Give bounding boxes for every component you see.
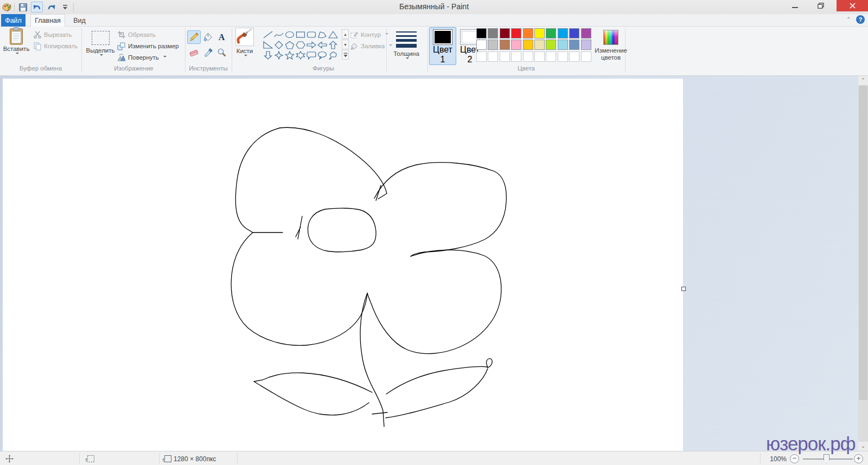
color1-button[interactable]: Цвет 1 — [429, 27, 456, 65]
shape-polygon[interactable] — [317, 29, 328, 40]
shape-four-point-star[interactable] — [273, 50, 284, 60]
cut-button[interactable]: Вырезать — [34, 30, 72, 40]
shapes-scroll-up-button[interactable]: ▲ — [342, 29, 349, 39]
palette-swatch[interactable] — [581, 40, 591, 50]
palette-swatch[interactable] — [511, 28, 521, 38]
tools-group-label: Инструменты — [185, 65, 232, 72]
zoom-in-button[interactable]: + — [854, 454, 863, 463]
paste-button[interactable]: Вставить — [3, 27, 29, 56]
shape-outline-button[interactable]: Контур — [350, 30, 388, 40]
shape-rectangle[interactable] — [295, 29, 306, 40]
select-dropdown-arrow — [100, 54, 103, 57]
palette-swatch[interactable] — [534, 28, 545, 38]
shape-pentagon[interactable] — [284, 40, 295, 50]
tool-magnifier[interactable] — [215, 46, 228, 59]
shape-line[interactable] — [263, 29, 273, 40]
close-button[interactable] — [837, 0, 868, 11]
tool-text[interactable]: A — [215, 30, 228, 44]
brush-icon — [235, 28, 254, 46]
scrollbar-thumb[interactable] — [859, 86, 867, 400]
shape-diamond[interactable] — [273, 40, 284, 50]
palette-empty-swatch[interactable] — [581, 51, 591, 62]
tool-pencil[interactable] — [187, 30, 201, 44]
shape-rounded-rectangle[interactable] — [306, 29, 317, 40]
copy-button[interactable]: Копировать — [34, 41, 78, 51]
selection-size-icon — [86, 455, 94, 462]
palette-empty-swatch[interactable] — [534, 51, 545, 62]
thickness-button[interactable]: Толщина — [390, 28, 423, 61]
palette-swatch[interactable] — [488, 40, 498, 50]
edit-colors-button[interactable]: Изменение цветов — [596, 28, 626, 61]
crop-button[interactable]: Обрезать — [118, 30, 156, 40]
palette-swatch[interactable] — [500, 28, 510, 38]
palette-swatch[interactable] — [546, 40, 556, 50]
zoom-out-button[interactable]: − — [790, 454, 799, 463]
select-button[interactable]: Выделить — [85, 27, 116, 57]
palette-empty-swatch[interactable] — [488, 51, 498, 62]
shape-curve[interactable] — [273, 29, 284, 40]
shape-rounded-callout[interactable] — [306, 50, 317, 60]
image-size-icon — [163, 455, 171, 462]
scroll-down-button[interactable]: ⌄ — [858, 442, 868, 451]
zoom-slider-thumb[interactable] — [824, 454, 829, 463]
tool-fill[interactable] — [201, 30, 215, 44]
palette-swatch[interactable] — [476, 40, 487, 50]
palette-empty-swatch[interactable] — [558, 51, 568, 62]
shape-oval-callout[interactable] — [317, 50, 328, 60]
canvas-resize-handle-right[interactable] — [681, 287, 686, 291]
color2-label-line2: 2 — [468, 55, 473, 64]
palette-swatch[interactable] — [569, 40, 579, 50]
shape-fill-button[interactable]: Заливка — [350, 41, 392, 51]
palette-swatch[interactable] — [558, 28, 568, 38]
shape-five-point-star[interactable] — [284, 50, 295, 60]
shape-six-point-star[interactable] — [295, 50, 306, 60]
palette-empty-swatch[interactable] — [569, 51, 579, 62]
rotate-button[interactable]: Повернуть — [117, 53, 167, 62]
drawing-canvas[interactable] — [3, 79, 683, 451]
brushes-button[interactable]: Кисти — [233, 28, 257, 58]
palette-swatch[interactable] — [534, 40, 545, 50]
palette-swatch[interactable] — [500, 40, 510, 50]
tab-home[interactable]: Главная — [30, 14, 65, 27]
shape-triangle[interactable] — [328, 29, 339, 40]
palette-empty-swatch[interactable] — [523, 51, 533, 62]
palette-empty-swatch[interactable] — [500, 51, 510, 62]
shape-up-arrow[interactable] — [328, 40, 339, 50]
ribbon-tab-row: Файл Главная Вид — [0, 14, 868, 27]
palette-swatch[interactable] — [476, 28, 487, 38]
shape-left-arrow[interactable] — [317, 40, 328, 50]
palette-swatch[interactable] — [523, 28, 533, 38]
shape-cloud-callout[interactable] — [328, 50, 339, 60]
tab-file[interactable]: Файл — [1, 14, 25, 27]
palette-swatch[interactable] — [546, 28, 556, 38]
shape-right-triangle-icon — [263, 41, 273, 49]
shape-right-triangle[interactable] — [263, 40, 273, 50]
palette-swatch[interactable] — [558, 40, 568, 50]
scroll-up-button[interactable]: ⌃ — [858, 76, 868, 85]
shape-down-arrow[interactable] — [263, 50, 273, 60]
tool-eraser[interactable] — [187, 46, 201, 59]
palette-swatch[interactable] — [569, 28, 579, 38]
tab-view[interactable]: Вид — [67, 14, 92, 27]
shape-oval[interactable] — [284, 29, 295, 40]
group-separator — [81, 28, 82, 72]
shape-hexagon[interactable] — [295, 40, 306, 50]
palette-swatch[interactable] — [523, 40, 533, 50]
palette-empty-swatch[interactable] — [476, 51, 487, 62]
collapse-ribbon-button[interactable]: ⌃ — [846, 16, 851, 22]
palette-swatch[interactable] — [581, 28, 591, 38]
help-button[interactable]: ? — [856, 15, 865, 24]
restore-button[interactable] — [812, 0, 830, 11]
shapes-more-button[interactable] — [342, 50, 349, 60]
shape-right-arrow[interactable] — [306, 40, 317, 50]
vertical-scrollbar[interactable]: ⌃ ⌄ — [858, 76, 868, 451]
palette-swatch[interactable] — [511, 40, 521, 50]
tool-color-picker[interactable] — [201, 46, 215, 59]
minimize-button[interactable] — [787, 0, 803, 11]
resize-button[interactable]: Изменить размер — [117, 41, 179, 51]
palette-swatch[interactable] — [488, 28, 498, 38]
shapes-scroll-down-button[interactable]: ▼ — [342, 40, 349, 49]
palette-empty-swatch[interactable] — [546, 51, 556, 62]
status-divider — [159, 453, 159, 464]
palette-empty-swatch[interactable] — [511, 51, 521, 62]
